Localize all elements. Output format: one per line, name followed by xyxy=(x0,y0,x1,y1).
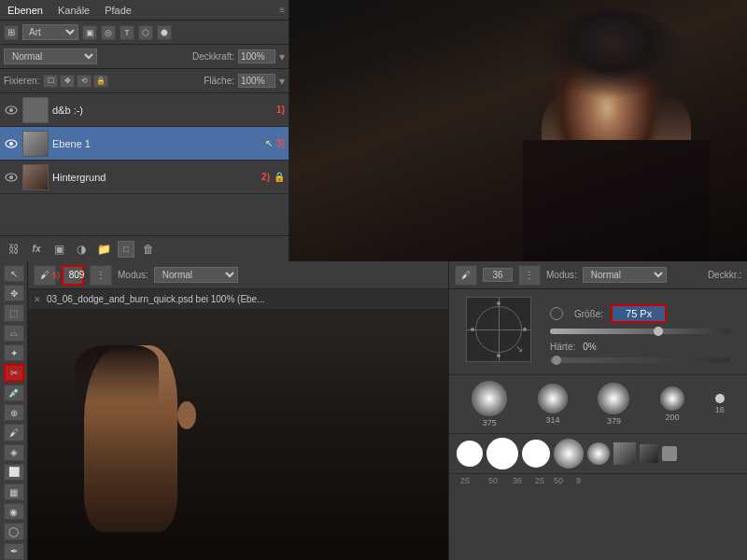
brush-presets-row2 xyxy=(449,433,747,473)
lock-icon-hintergrund: 🔒 xyxy=(274,172,285,183)
brush-preset-btn-right[interactable]: 🖌 xyxy=(455,265,477,286)
tool-arrow[interactable]: ↖ xyxy=(4,265,24,282)
haerte-thumb[interactable] xyxy=(552,356,561,365)
layer-eye-hintergrund[interactable] xyxy=(4,170,19,185)
haerte-slider[interactable] xyxy=(550,357,730,363)
panel-menu-icon[interactable]: ≡ xyxy=(279,5,285,15)
tab-kanaele[interactable]: Kanäle xyxy=(54,3,93,18)
tool-eyedropper[interactable]: 💉 xyxy=(4,385,24,401)
tool-select-rect[interactable]: ⬚ xyxy=(4,304,24,321)
tool-magic-wand[interactable]: ✦ xyxy=(4,344,24,361)
crosshair-v xyxy=(499,298,500,361)
layer-name-ebene1: Ebene 1 xyxy=(52,138,258,149)
fix-icon-4[interactable]: 🔒 xyxy=(93,75,108,88)
tool-lasso[interactable]: ⌓ xyxy=(4,325,24,342)
brush-preset-379[interactable]: 379 xyxy=(598,383,629,426)
brush-options-btn[interactable]: ⋮ xyxy=(90,265,112,286)
haerte-slider-row xyxy=(541,356,740,371)
tool-gradient[interactable]: ▦ xyxy=(4,483,24,500)
brush-size-input-right[interactable] xyxy=(483,268,513,282)
modus-select-right[interactable]: Normal xyxy=(583,267,667,283)
tool-clone[interactable]: ◈ xyxy=(4,444,24,461)
brush-solid-large[interactable] xyxy=(457,441,483,467)
mask-icon[interactable]: ▣ xyxy=(50,241,67,258)
brush-preset-375[interactable]: 375 xyxy=(472,381,507,427)
groesse-row: Größe: xyxy=(541,297,740,327)
blend-mode-select[interactable]: Normal xyxy=(4,49,97,64)
fix-icon-3[interactable]: ⟲ xyxy=(77,75,92,88)
groesse-label: Größe: xyxy=(574,309,603,319)
layer-icon-1[interactable]: ▣ xyxy=(82,25,97,40)
opacity-input[interactable] xyxy=(238,49,275,63)
layer-item-ebene1[interactable]: Ebene 1 ↖ 3) xyxy=(0,127,289,161)
layer-icon-4[interactable]: ⬡ xyxy=(138,25,153,40)
layer-type-select[interactable]: Art xyxy=(22,24,78,40)
folder-icon[interactable]: 📁 xyxy=(95,241,112,258)
opacity-arrow[interactable]: ▾ xyxy=(279,50,285,63)
brush-sizes-row: 25 50 36 25 50 9 xyxy=(449,473,747,487)
tool-dodge[interactable]: ◯ xyxy=(4,523,24,539)
tool-crop-active[interactable]: ✂ xyxy=(4,364,24,382)
layer-thumb-ebene1 xyxy=(22,131,49,157)
brush-solid-large2[interactable] xyxy=(486,438,518,469)
new-layer-icon[interactable]: □ xyxy=(118,241,134,258)
brush-soft-large[interactable] xyxy=(554,439,584,469)
layer-name-dandb: d&b :-) xyxy=(52,105,273,116)
flaeche-input[interactable] xyxy=(238,74,275,88)
size-slider-thumb[interactable] xyxy=(654,327,663,336)
fix-icon-2[interactable]: ✥ xyxy=(60,75,75,88)
brush-options-btn-right[interactable]: ⋮ xyxy=(518,265,541,286)
layer-icon-2[interactable]: ◎ xyxy=(101,25,116,40)
modus-select-left[interactable]: Normal xyxy=(154,267,238,283)
tool-blur[interactable]: ◉ xyxy=(4,503,24,520)
layer-eye-dandb[interactable] xyxy=(4,103,19,118)
close-doc-btn[interactable]: ✕ xyxy=(32,294,43,305)
brush-size-display[interactable]: 5) xyxy=(62,265,84,286)
brush-circle-16 xyxy=(715,394,725,403)
fx-icon[interactable]: fx xyxy=(28,241,45,258)
svg-point-5 xyxy=(9,175,13,179)
brush-size-input-left[interactable] xyxy=(60,269,93,281)
adjustment-icon[interactable]: ◑ xyxy=(73,241,90,258)
delete-layer-icon[interactable]: 🗑 xyxy=(140,241,157,258)
size-slider-row xyxy=(541,327,740,338)
brush-preset-314[interactable]: 314 xyxy=(538,384,568,425)
tool-brush[interactable]: 🖌 xyxy=(4,424,24,441)
layer-item-dandb[interactable]: d&b :-) 1) xyxy=(0,93,289,127)
tool-erase[interactable]: ⬜ xyxy=(4,464,24,481)
groesse-input[interactable] xyxy=(611,304,667,323)
brush-label-379: 379 xyxy=(607,416,621,426)
brush-special-2[interactable] xyxy=(640,444,658,463)
tool-pen[interactable]: ✒ xyxy=(4,543,24,560)
fix-icon-1[interactable]: ☐ xyxy=(43,75,58,88)
brush-preset-200[interactable]: 200 xyxy=(660,386,684,422)
photo-clothing xyxy=(523,140,710,261)
brush-preset-16[interactable]: 16 xyxy=(715,394,725,414)
layer-item-hintergrund[interactable]: Hintergrund 2) 🔒 xyxy=(0,161,289,194)
svg-point-3 xyxy=(9,142,13,146)
brush-presets-row1: 375 314 379 200 16 xyxy=(449,374,747,433)
tool-move[interactable]: ✥ xyxy=(4,285,24,301)
layer-filter-icon[interactable]: ⊞ xyxy=(4,25,19,40)
layer-eye-ebene1[interactable] xyxy=(4,136,19,151)
haerte-row: Härte: 0% xyxy=(541,338,740,356)
size-slider[interactable] xyxy=(550,329,730,334)
brush-size-50: 50 xyxy=(488,476,498,485)
tab-ebenen[interactable]: Ebenen xyxy=(4,3,47,18)
brush-solid-large3[interactable] xyxy=(522,440,550,468)
layer-icon-3[interactable]: T xyxy=(120,25,134,40)
link-icon[interactable]: ⛓ xyxy=(6,241,22,258)
brush-special-1[interactable] xyxy=(613,442,636,465)
flaeche-label: Fläche: xyxy=(204,76,234,86)
tab-pfade[interactable]: Pfade xyxy=(101,3,135,18)
layer-badge-dandb: 1) xyxy=(276,105,285,115)
tool-heal[interactable]: ⊕ xyxy=(4,404,24,421)
flaeche-arrow[interactable]: ▾ xyxy=(279,75,285,88)
brush-special-3[interactable] xyxy=(662,446,677,461)
layer-icon-5[interactable]: ⬣ xyxy=(157,25,172,40)
photo-bg xyxy=(289,0,747,261)
crosshair-arrow: ↘ xyxy=(515,343,523,354)
brush-soft-small[interactable] xyxy=(587,442,610,465)
crosshair-dot-top xyxy=(497,301,500,305)
brush-size-36: 36 xyxy=(513,476,522,485)
